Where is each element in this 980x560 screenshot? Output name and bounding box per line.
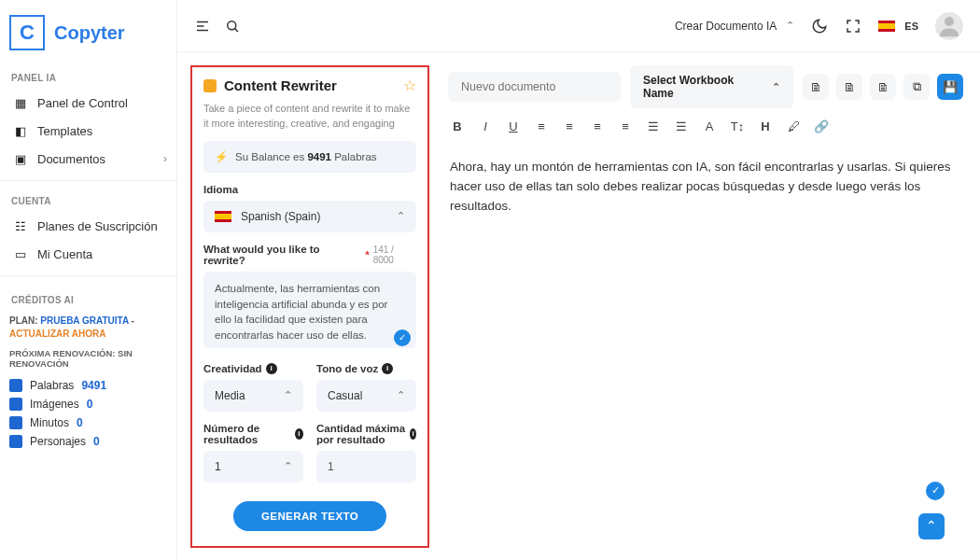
highlight-icon[interactable]: 🖊 — [786, 119, 801, 133]
creativity-value: Media — [215, 389, 245, 402]
characters-icon — [9, 435, 22, 448]
tone-select[interactable]: Casual ⌃ — [316, 380, 416, 412]
document-name-input[interactable] — [448, 72, 621, 102]
flag-es-icon — [878, 21, 895, 32]
italic-icon[interactable]: I — [478, 119, 493, 133]
export-pdf-icon[interactable]: 🗎 — [836, 74, 862, 100]
flag-es-icon — [215, 211, 231, 222]
scroll-top-button[interactable]: ⌃ — [918, 513, 945, 539]
sidebar-heading-credits: CRÉDITOS AI — [9, 287, 171, 311]
bolt-icon: ⚡ — [215, 150, 228, 163]
sidebar-item-label: Documentos — [37, 152, 105, 166]
sidebar-item-plans[interactable]: ☷ Planes de Suscripción — [9, 212, 171, 240]
rewrite-textarea[interactable] — [203, 272, 416, 348]
bold-icon[interactable]: B — [450, 119, 465, 133]
form-description: Take a piece of content and rewrite it t… — [203, 94, 416, 141]
heading-icon[interactable]: H — [758, 119, 773, 133]
sidebar-item-dashboard[interactable]: ▦ Panel de Control — [9, 89, 171, 117]
chevron-right-icon: › — [163, 152, 167, 165]
unordered-list-icon[interactable]: ☰ — [674, 119, 689, 133]
info-icon[interactable]: i — [266, 363, 277, 374]
sidebar-item-documents[interactable]: ▣ Documentos › — [9, 145, 171, 173]
tone-value: Casual — [328, 389, 362, 402]
sidebar-heading-panel: PANEL IA — [9, 65, 171, 89]
template-badge-icon — [203, 79, 217, 92]
workbook-value: Select Workbook Name — [643, 74, 764, 100]
align-justify-icon[interactable]: ≡ — [618, 119, 633, 133]
sidebar-item-label: Planes de Suscripción — [37, 219, 158, 233]
account-icon: ▭ — [13, 246, 28, 261]
lang-code: ES — [904, 21, 918, 32]
divider — [0, 180, 176, 181]
plan-line: PLAN: PRUEBA GRATUITA - ACTUALIZAR AHORA — [9, 311, 171, 344]
create-doc-dropdown[interactable]: Crear Documento IA ⌃ — [675, 20, 794, 33]
maxqty-input[interactable] — [316, 451, 416, 483]
sidebar-item-templates[interactable]: ◧ Templates — [9, 117, 171, 145]
plan-name[interactable]: PRUEBA GRATUITA — [40, 315, 128, 326]
form-panel: Content Rewriter ☆ Take a piece of conte… — [177, 52, 439, 560]
editor-panel: Select Workbook Name ⌃ 🗎 🗎 🗎 ⧉ 💾 B I U — [439, 52, 980, 560]
grammar-check-icon[interactable]: ✓ — [394, 329, 411, 346]
chevron-up-icon: ⌃ — [397, 389, 405, 401]
words-icon — [9, 379, 22, 392]
language-select[interactable]: Spanish (Spain) ⌃ — [203, 201, 416, 232]
underline-icon[interactable]: U — [506, 119, 521, 133]
stat-minutes: Minutos 0 — [9, 413, 171, 432]
info-icon[interactable]: i — [382, 363, 393, 374]
menu-toggle-icon[interactable] — [194, 18, 211, 35]
chevron-up-icon: ⌃ — [284, 460, 292, 472]
align-center-icon[interactable]: ≡ — [562, 119, 577, 133]
generate-button[interactable]: GENERAR TEXTO — [233, 501, 386, 531]
next-renewal: PRÓXIMA RENOVACIÓN: SIN RENOVACIÓN — [9, 344, 171, 376]
brand-name: Copyter — [54, 22, 125, 44]
language-switch[interactable]: ES — [878, 21, 918, 32]
dashboard-icon: ▦ — [13, 95, 28, 110]
link-icon[interactable]: 🔗 — [814, 119, 829, 133]
export-word-icon[interactable]: 🗎 — [803, 74, 829, 100]
info-icon[interactable]: i — [295, 428, 303, 440]
export-txt-icon[interactable]: 🗎 — [870, 74, 896, 100]
sidebar-item-label: Templates — [37, 124, 92, 138]
brand[interactable]: C Copyter — [9, 9, 171, 65]
topbar: Crear Documento IA ⌃ ES — [177, 0, 980, 52]
maxqty-label: Cantidad máxima por resultado i — [316, 412, 416, 451]
theme-toggle-icon[interactable] — [811, 18, 828, 35]
sidebar-item-account[interactable]: ▭ Mi Cuenta — [9, 240, 171, 268]
fullscreen-icon[interactable] — [845, 18, 861, 35]
sidebar-item-label: Mi Cuenta — [37, 247, 92, 261]
results-select[interactable]: 1 ⌃ — [203, 451, 303, 483]
brand-mark: C — [9, 15, 45, 50]
workbook-select[interactable]: Select Workbook Name ⌃ — [630, 65, 793, 108]
creativity-label: Creatividad i — [203, 352, 303, 380]
upgrade-link[interactable]: ACTUALIZAR AHORA — [9, 329, 106, 339]
rewrite-label: What would you like to rewrite?* 141 / 8… — [203, 232, 416, 272]
ordered-list-icon[interactable]: ☰ — [646, 119, 661, 133]
font-family-icon[interactable]: A — [702, 119, 717, 133]
balance-banner: ⚡ Su Balance es 9491 Palabras — [203, 141, 416, 173]
favorite-star-icon[interactable]: ☆ — [403, 77, 416, 94]
sidebar-heading-account: CUENTA — [9, 189, 171, 212]
char-count: 141 / 8000 — [373, 245, 416, 265]
content-rewriter-card: Content Rewriter ☆ Take a piece of conte… — [190, 65, 429, 548]
stat-characters: Personajes 0 — [9, 432, 171, 451]
copy-icon[interactable]: ⧉ — [903, 74, 930, 100]
search-icon[interactable] — [224, 18, 241, 35]
creativity-select[interactable]: Media ⌃ — [203, 380, 303, 412]
grammar-check-icon[interactable]: ✓ — [926, 482, 945, 500]
chevron-up-icon: ⌃ — [786, 20, 794, 32]
divider — [0, 275, 176, 276]
results-value: 1 — [215, 460, 221, 473]
align-left-icon[interactable]: ≡ — [534, 119, 549, 133]
editor-toolbar: B I U ≡ ≡ ≡ ≡ ☰ ☰ A T↕ H 🖊 🔗 — [448, 108, 963, 141]
svg-line-4 — [235, 28, 238, 31]
create-doc-label: Crear Documento IA — [675, 20, 777, 33]
info-icon[interactable]: i — [410, 428, 416, 440]
editor-content[interactable]: Ahora, hay un montón de herramientas con… — [448, 141, 963, 547]
avatar[interactable] — [935, 12, 963, 40]
plans-icon: ☷ — [13, 218, 28, 233]
font-size-icon[interactable]: T↕ — [730, 119, 745, 133]
sidebar-item-label: Panel de Control — [37, 96, 128, 110]
language-label: Idioma — [203, 173, 416, 201]
save-button[interactable]: 💾 — [937, 74, 963, 100]
align-right-icon[interactable]: ≡ — [590, 119, 605, 133]
